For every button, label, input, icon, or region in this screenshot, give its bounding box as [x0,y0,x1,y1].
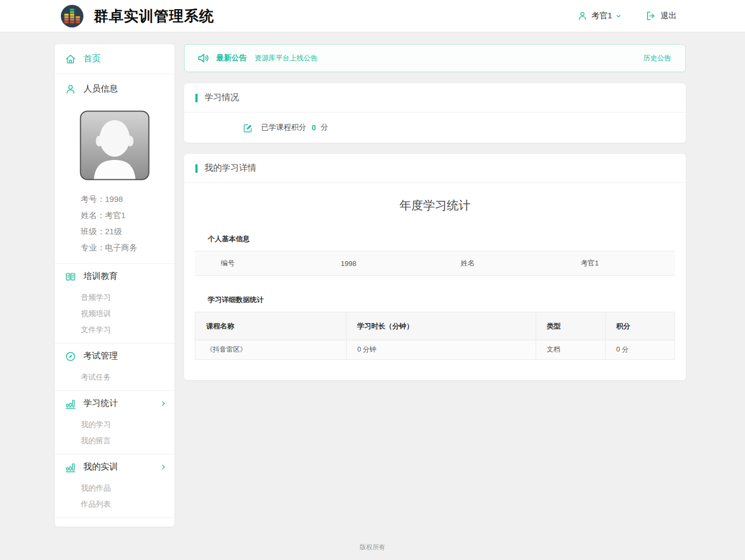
profile-field-major: 专业：电子商务 [81,240,169,256]
study-detail-body: 年度学习统计 个人基本信息 编号 1998 姓名 考官1 学习详细数据统计 课程… [184,183,686,380]
col-points: 积分 [605,312,674,340]
basic-info-row: 编号 1998 姓名 考官1 [195,251,675,276]
sidebar-item-my-practice[interactable]: 我的实训 [55,454,174,480]
brand: 群卓实训管理系统 [60,4,214,28]
profile-field-class: 班级：21级 [81,223,169,240]
study-detail-card: 我的学习详情 年度学习统计 个人基本信息 编号 1998 姓名 考官1 学习详细… [184,154,686,380]
sidebar-item-label: 学习统计 [83,398,118,409]
sidebar-item-label: 我的实训 [83,461,118,473]
card-header: 学习情况 [184,83,686,113]
sidebar-subitem-my-study[interactable]: 我的学习 [81,416,174,432]
sidebar-item-home[interactable]: 首页 [55,44,174,74]
logout-label: 退出 [660,11,677,21]
col-course-name: 课程名称 [195,312,347,340]
user-menu[interactable]: 考官1 [577,11,622,22]
announcement-badge: 最新公告 [216,53,247,63]
avatar-wrap [55,104,174,191]
top-bar: 群卓实训管理系统 考官1 [0,0,745,32]
info-name-value: 考官1 [555,258,675,268]
profile-fields: 考号：1998 姓名：考官1 班级：21级 专业：电子商务 [55,191,174,263]
sidebar-subitem-my-works[interactable]: 我的作品 [81,480,174,496]
title-accent-bar [195,94,198,102]
info-id-value: 1998 [315,260,435,268]
user-name: 考官1 [592,11,612,21]
sub-list-exam: 考试任务 [55,369,174,390]
sidebar-item-exam-mgmt[interactable]: 考试管理 [55,344,174,369]
table-row: 《抖音雷区》 0 分钟 文档 0 分 [195,340,675,360]
speaker-icon [196,51,210,65]
sub-list-my-practice: 我的作品 作品列表 [55,480,174,517]
sidebar-item-label: 人员信息 [83,83,118,95]
sub-list-study-stats: 我的学习 我的留言 [55,416,174,454]
home-icon [65,53,76,65]
cell-type: 文档 [536,340,605,360]
sidebar-subitem-exam-task[interactable]: 考试任务 [81,369,174,385]
sub-list-training: 音频学习 视频培训 文件学习 [55,289,174,343]
chevron-right-icon [160,464,167,471]
sidebar: 首页 人员信息 [55,44,174,527]
topbar-right: 考官1 退出 [577,10,677,22]
main-content: 最新公告 资源库平台上线公告 历史公告 学习情况 已学课程积分 0 分 [184,44,686,380]
score-unit: 分 [321,123,328,132]
detail-table-title: 学习详细数据统计 [208,295,675,305]
cell-points: 0 分 [605,340,674,360]
score-value: 0 [312,123,316,132]
basic-info-title: 个人基本信息 [208,234,675,244]
avatar [80,110,150,180]
page-title: 群卓实训管理系统 [94,6,214,26]
table-header-row: 课程名称 学习时长（分钟） 类型 积分 [195,312,675,340]
annual-stats-title: 年度学习统计 [195,183,675,218]
info-id-label: 编号 [195,258,315,268]
sidebar-item-training[interactable]: 培训教育 [55,264,174,289]
announcement-bar: 最新公告 资源库平台上线公告 历史公告 [184,44,686,72]
sidebar-item-study-stats[interactable]: 学习统计 [55,391,174,416]
cell-duration: 0 分钟 [346,340,536,360]
profile-field-name: 姓名：考官1 [81,207,169,223]
study-status-body: 已学课程积分 0 分 [184,113,686,143]
sidebar-subitem-works-list[interactable]: 作品列表 [81,496,174,512]
sidebar-subitem-audio-study[interactable]: 音频学习 [81,289,174,305]
col-type: 类型 [536,312,605,340]
score-label: 已学课程积分 [261,123,306,132]
sidebar-subitem-file-study[interactable]: 文件学习 [81,321,174,338]
chevron-right-icon [160,400,167,407]
sidebar-item-label: 培训教育 [83,271,118,282]
sidebar-subitem-video-training[interactable]: 视频培训 [81,305,174,321]
study-status-card: 学习情况 已学课程积分 0 分 [184,83,686,143]
bar-chart-icon [65,461,76,473]
user-icon [577,11,588,22]
copyright-cn: 版权所有 [0,543,745,552]
cell-course-name: 《抖音雷区》 [195,340,347,360]
profile-field-exam-no: 考号：1998 [81,191,169,207]
info-name-label: 姓名 [435,258,555,268]
sidebar-item-label: 考试管理 [83,351,118,362]
sidebar-item-profile[interactable]: 人员信息 [55,74,174,104]
logout-icon [645,10,657,22]
bar-chart-icon [65,398,76,410]
card-header: 我的学习详情 [184,154,686,183]
card-title: 我的学习详情 [205,163,256,174]
col-duration: 学习时长（分钟） [346,312,536,340]
content-layout: 首页 人员信息 [0,32,745,527]
sidebar-subitem-my-messages[interactable]: 我的留言 [81,432,174,449]
chevron-down-icon [615,13,622,19]
divider [55,517,174,518]
app-logo-icon [60,4,84,28]
footer: 版权所有 ©Copyright 2009 - 2020. 56sucai.com… [0,543,745,560]
history-announcements-link[interactable]: 历史公告 [643,53,671,63]
compass-icon [65,351,76,362]
sidebar-item-label: 首页 [83,53,101,65]
open-book-icon [65,271,76,283]
announcement-link[interactable]: 资源库平台上线公告 [255,53,318,63]
study-detail-table: 课程名称 学习时长（分钟） 类型 积分 《抖音雷区》 0 分钟 文档 0 分 [195,312,675,360]
logout-button[interactable]: 退出 [645,10,677,22]
card-title: 学习情况 [205,92,239,103]
person-icon [65,83,76,95]
edit-square-icon [242,122,254,134]
title-accent-bar [195,164,198,173]
